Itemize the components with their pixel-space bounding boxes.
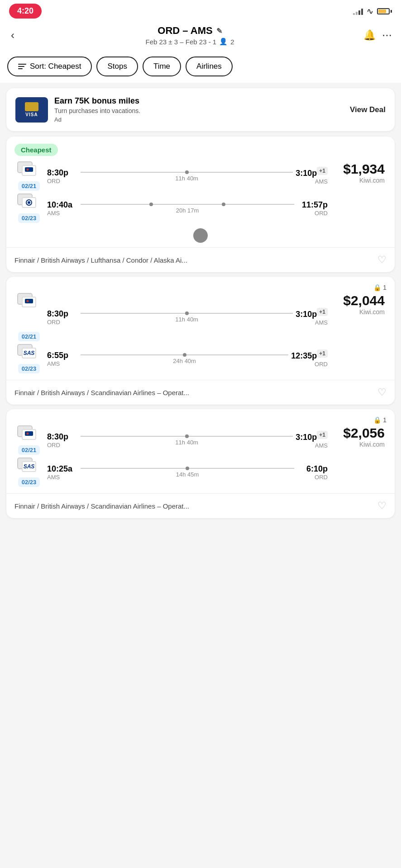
outbound-dest-2: AMS bbox=[296, 319, 328, 326]
results-list: VISA Earn 75K bonus miles Turn purchases… bbox=[0, 88, 401, 532]
visa-text: VISA bbox=[25, 112, 38, 117]
header-actions: 🔔 ⋯ bbox=[363, 29, 392, 41]
edit-icon[interactable]: ✎ bbox=[216, 27, 222, 35]
plus-days-badge: +1 bbox=[317, 167, 328, 175]
svg-point-3 bbox=[28, 201, 30, 204]
credit-card-chip bbox=[25, 102, 38, 111]
inbound-origin-2: AMS bbox=[47, 360, 78, 367]
outbound-depart-time-3: 8:30p bbox=[47, 432, 78, 442]
inbound-airline-col-3: SAS 02/23 bbox=[14, 458, 43, 487]
lock-badge-2: 🔒 1 bbox=[14, 284, 387, 291]
favorite-button-3[interactable]: ♡ bbox=[377, 500, 387, 512]
outbound-depart-time-1: 8:30p bbox=[47, 168, 78, 178]
inbound-dest-2: ORD bbox=[291, 361, 328, 368]
outbound-date-1: 02/21 bbox=[18, 181, 40, 191]
bell-icon[interactable]: 🔔 bbox=[363, 29, 376, 41]
favorite-button-1[interactable]: ♡ bbox=[377, 254, 387, 266]
ad-title: Earn 75K bonus miles bbox=[54, 96, 344, 106]
price-col-3: $2,056 Kiwi.com bbox=[328, 425, 387, 448]
source-2: Kiwi.com bbox=[359, 308, 385, 316]
flight-card-3[interactable]: 🔒 1 bbox=[6, 409, 395, 518]
sort-cheapest-button[interactable]: Sort: Cheapest bbox=[7, 57, 92, 76]
inbound-date-1: 02/23 bbox=[18, 213, 40, 223]
airlines-text-3: Finnair / British Airways / Scandinavian… bbox=[14, 502, 373, 510]
view-deal-button[interactable]: View Deal bbox=[350, 105, 386, 114]
inbound-arrive-time-3: 6:10p bbox=[297, 464, 328, 474]
status-bar: 4:20 ∿ bbox=[0, 0, 401, 20]
lock-icon: 🔒 bbox=[373, 284, 381, 291]
ad-subtitle: Turn purchases into vacations. bbox=[54, 107, 344, 114]
stops-label: Stops bbox=[107, 62, 127, 71]
inbound-leg-2: SAS 02/23 6:55p AMS bbox=[14, 344, 328, 373]
ad-card[interactable]: VISA Earn 75K bonus miles Turn purchases… bbox=[6, 88, 395, 131]
inbound-depart-time-1: 10:40a bbox=[47, 200, 78, 210]
plus-days-badge-3: +1 bbox=[317, 431, 328, 439]
outbound-leg-3: 02/21 8:30p ORD bbox=[14, 425, 328, 455]
flight-card-2[interactable]: 🔒 1 bbox=[6, 277, 395, 405]
inbound-flight-info-2: 6:55p AMS 24h 40m bbox=[47, 350, 328, 368]
svg-rect-6 bbox=[25, 431, 33, 436]
svg-point-5 bbox=[27, 300, 29, 302]
status-icons: ∿ bbox=[353, 6, 392, 16]
ad-logo: VISA bbox=[15, 97, 48, 123]
inbound-leg-1: 02/23 10:40a AMS bbox=[14, 193, 328, 223]
cheapest-badge: Cheapest bbox=[14, 144, 58, 156]
price-2: $2,044 bbox=[343, 293, 385, 308]
outbound-duration-2: 11h 40m bbox=[175, 316, 198, 323]
lock-badge-3: 🔒 1 bbox=[14, 416, 387, 424]
svg-rect-4 bbox=[25, 299, 33, 303]
ad-badge: Ad bbox=[54, 116, 344, 123]
airlines-text-2: Finnair / British Airways / Scandinavian… bbox=[14, 389, 373, 396]
inbound-dest-1: ORD bbox=[297, 210, 328, 217]
plus-days-badge-2: +1 bbox=[317, 308, 328, 316]
inbound-duration-1: 20h 17m bbox=[176, 207, 199, 214]
price-col-1: $1,934 Kiwi.com bbox=[328, 161, 387, 184]
outbound-duration-3: 11h 40m bbox=[175, 439, 198, 446]
back-button[interactable]: ‹ bbox=[9, 27, 16, 43]
airlines-button[interactable]: Airlines bbox=[186, 57, 233, 76]
status-time: 4:20 bbox=[9, 4, 42, 19]
favorite-button-2[interactable]: ♡ bbox=[377, 387, 387, 398]
inbound-origin-1: AMS bbox=[47, 210, 78, 217]
outbound-date-3: 02/21 bbox=[18, 445, 40, 455]
price-3: $2,056 bbox=[343, 425, 385, 441]
outbound-dest-3: AMS bbox=[296, 442, 328, 449]
svg-point-7 bbox=[27, 433, 29, 435]
lock-count-3: 1 bbox=[383, 416, 387, 424]
inbound-leg-3: SAS 02/23 10:25a AMS bbox=[14, 458, 328, 487]
inbound-stop-line-1: 20h 17m bbox=[81, 203, 294, 214]
battery-icon bbox=[377, 8, 392, 14]
lock-icon-3: 🔒 bbox=[373, 416, 381, 424]
outbound-stop-line-3: 11h 40m bbox=[81, 434, 293, 446]
outbound-depart-time-2: 8:30p bbox=[47, 309, 78, 319]
progress-indicator bbox=[14, 226, 387, 244]
sort-icon bbox=[18, 64, 26, 69]
card-footer-3: Finnair / British Airways / Scandinavian… bbox=[6, 493, 395, 518]
inbound-stop-line-2: 24h 40m bbox=[81, 353, 288, 364]
card-footer-2: Finnair / British Airways / Scandinavian… bbox=[6, 380, 395, 405]
inbound-date-2: 02/23 bbox=[18, 364, 40, 373]
time-button[interactable]: Time bbox=[143, 57, 181, 76]
route-title: ORD – AMS ✎ bbox=[16, 25, 363, 37]
stops-button[interactable]: Stops bbox=[96, 57, 138, 76]
outbound-flight-info-3: 8:30p ORD 11h 40m bbox=[47, 432, 328, 449]
ad-content: Earn 75K bonus miles Turn purchases into… bbox=[54, 96, 344, 123]
header-center: ORD – AMS ✎ Feb 23 ± 3 – Feb 23 - 1 👤 2 bbox=[16, 25, 363, 46]
inbound-duration-2: 24h 40m bbox=[173, 358, 196, 364]
outbound-date-2: 02/21 bbox=[18, 332, 40, 341]
outbound-origin-2: ORD bbox=[47, 319, 78, 326]
inbound-flight-info-3: 10:25a AMS 14h 45m bbox=[47, 464, 328, 481]
outbound-arrive-time-2: 3:10p+1 bbox=[296, 309, 328, 319]
sort-label: Sort: Cheapest bbox=[30, 62, 81, 71]
inbound-arrive-time-2: 12:35p+1 bbox=[291, 350, 328, 361]
outbound-dest-1: AMS bbox=[296, 178, 328, 185]
inbound-origin-3: AMS bbox=[47, 474, 78, 481]
plus-days-badge-inbound-2: +1 bbox=[317, 349, 328, 358]
flight-card-1[interactable]: Cheapest bbox=[6, 137, 395, 272]
more-icon[interactable]: ⋯ bbox=[382, 29, 392, 41]
airline-col-2: 02/21 bbox=[14, 293, 43, 341]
inbound-airline-logo bbox=[17, 193, 41, 212]
inbound-airline-col: 02/23 bbox=[14, 193, 43, 223]
passengers-count: 2 bbox=[230, 38, 234, 46]
outbound-origin-3: ORD bbox=[47, 442, 78, 448]
